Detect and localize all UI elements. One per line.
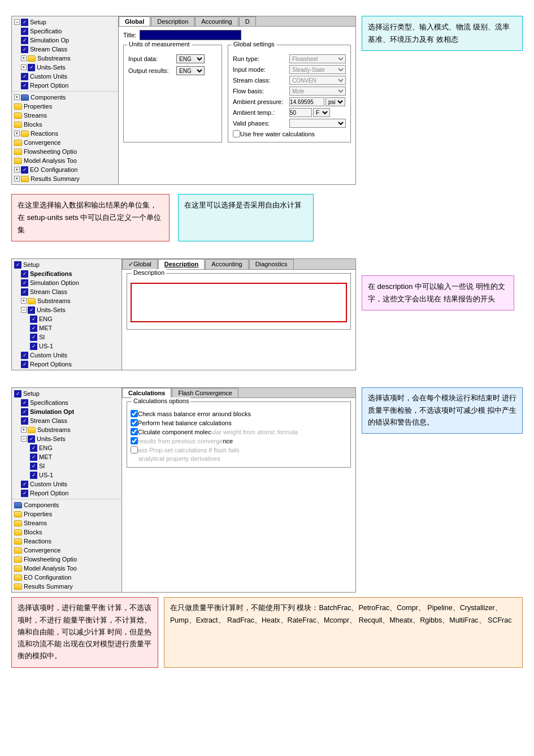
ambient-temp-input-1[interactable] [289,108,312,117]
flow-basis-select-1[interactable]: Mole [289,87,346,96]
tree-item-setup-2[interactable]: ✓ Setup [12,260,121,269]
tree-item-components-3[interactable]: Components [12,500,121,509]
tree-item-met-2[interactable]: ✓ MET [12,323,121,332]
tree-item-spec-2[interactable]: ✓ Specifications [12,269,121,278]
tree-item-blocks-3[interactable]: Blocks [12,528,121,537]
tab-calculations-3[interactable]: Calculations [122,388,171,398]
tree-item-customunits-3[interactable]: ✓ Custom Units [12,479,121,489]
tree-item-substreams-2[interactable]: + Substreams [12,296,121,305]
folder-modelanalysis-1 [14,158,22,164]
expand-unitsets-1[interactable]: + [21,64,27,70]
tree-item-us1-2[interactable]: ✓ US-1 [12,342,121,351]
tab-flashconv-3[interactable]: Flash Convergence [172,388,238,398]
title-input-1[interactable] [140,30,241,40]
tab-diagnostics-2[interactable]: Diagnostics [249,259,294,269]
tree-item-unitsets-3[interactable]: − ✓ Units-Sets [12,434,121,443]
tree-item-unitsets-1[interactable]: + ✓ Units-Sets [12,63,118,72]
tree-label-met-2: MET [39,325,52,331]
tree-item-flowsheet-1[interactable]: Flowsheeting Optio [12,147,118,156]
tree-item-us1-3[interactable]: ✓ US-1 [12,470,121,479]
expand-reactions-1[interactable]: + [14,131,20,136]
expand-components-1[interactable]: + [14,94,20,100]
tree-item-eoconfig-1[interactable]: + ✓ EO Configuration [12,165,118,174]
tree-label-convergence-1: Convergence [24,139,60,146]
tree-item-reactions-3[interactable]: Reactions [12,537,121,546]
tab-accounting-2[interactable]: Accounting [205,259,248,269]
tree-label-blocks-1: Blocks [24,121,42,128]
run-type-select-1[interactable]: Flowsheet [289,54,346,63]
tree-item-properties-1[interactable]: Properties [12,102,118,111]
expand-unitsets-2[interactable]: − [21,307,27,313]
expand-resultssummary-1[interactable]: + [14,176,20,182]
tree-item-setup-1[interactable]: − ✓ Setup [12,18,118,27]
tree-item-si-3[interactable]: ✓ SI [12,461,121,470]
tree-item-simopts-2[interactable]: ✓ Simulation Option [12,278,121,287]
tree-item-eoconfig-3[interactable]: EO Configuration [12,573,121,582]
expand-substreams-2[interactable]: + [21,298,27,304]
tree-item-simopts-1[interactable]: ✓ Simulation Op [12,36,118,45]
tree-item-blocks-1[interactable]: Blocks [12,120,118,129]
tab-global-2[interactable]: ✓Global [122,259,158,269]
content-3: Calculations options Check mass balance … [122,398,355,471]
tree-item-streams-1[interactable]: Streams [12,111,118,120]
check-us1-3: ✓ [30,472,37,479]
tree-item-flowsheet-3[interactable]: Flowsheeting Optio [12,555,121,564]
ambient-pressure-unit-1[interactable]: psi [325,97,345,106]
tree-item-customunits-2[interactable]: ✓ Custom Units [12,351,121,360]
calc-check-1-3[interactable] [131,410,138,417]
calc-check-2-3[interactable] [131,419,138,426]
calc-check-4-3[interactable] [131,437,138,444]
tree-item-reportopt-3[interactable]: ✓ Report Option [12,489,121,498]
tree-item-modelanalysis-1[interactable]: Model Analysis Too [12,156,118,165]
tree-item-substreams-3[interactable]: + Substreams [12,425,121,434]
ambient-pressure-input-1[interactable] [289,97,324,106]
output-results-select-1[interactable]: ENG [176,66,205,75]
tab-global-1[interactable]: Global [119,16,150,26]
tree-item-spec-3[interactable]: ✓ Specifications [12,398,121,407]
free-water-checkbox-1[interactable] [233,130,240,137]
tree-item-eng-2[interactable]: ✓ ENG [12,314,121,323]
tree-item-customunits-1[interactable]: ✓ Custom Units [12,72,118,81]
tree-item-unitsets-2[interactable]: − ✓ Units-Sets [12,305,121,314]
ambient-temp-unit-1[interactable]: F [313,108,330,117]
tree-item-convergence-3[interactable]: Convergence [12,546,121,555]
input-mode-select-1[interactable]: Steady-State [289,65,346,74]
tree-item-components-1[interactable]: + Components [12,93,118,102]
tree-item-convergence-1[interactable]: Convergence [12,138,118,147]
tab-accounting-1[interactable]: Accounting [195,16,238,26]
tree-item-streamclass-3[interactable]: ✓ Stream Class [12,416,121,425]
valid-phases-select-1[interactable] [289,119,346,128]
expand-substreams-3[interactable]: + [21,427,27,433]
expand-unitsets-3[interactable]: − [21,436,27,442]
tree-item-streamclass-1[interactable]: ✓ Stream Class [12,45,118,54]
tree-item-resultssummary-1[interactable]: + Results Summary [12,174,118,183]
tab-d-1[interactable]: D [239,16,256,26]
input-data-select-1[interactable]: ENG [176,54,205,63]
tree-item-properties-3[interactable]: Properties [12,509,121,519]
tree-item-streamclass-2[interactable]: ✓ Stream Class [12,287,121,296]
expand-setup-1[interactable]: − [14,19,20,25]
tree-item-substreams-1[interactable]: + Substreams [12,54,118,63]
tree-item-si-2[interactable]: ✓ SI [12,332,121,342]
expand-eoconfig-1[interactable]: + [14,167,20,172]
tree-item-reportopt-1[interactable]: ✓ Report Option [12,81,118,90]
expand-substreams-1[interactable]: + [21,55,27,61]
tree-item-reactions-1[interactable]: + Reactions [12,129,118,138]
tree-item-streams-3[interactable]: Streams [12,519,121,528]
calc-check-5-3[interactable] [131,446,138,453]
tree-item-modelanalysis-3[interactable]: Model Analysis Too [12,564,121,573]
calc-check-3-3[interactable] [131,428,138,435]
tree-item-setup-3[interactable]: ✓ Setup [12,389,121,398]
tab-description-2[interactable]: Description [158,259,205,269]
tree-item-simopts-3[interactable]: ✓ Simulation Opt [12,407,121,416]
tab-description-1[interactable]: Description [151,16,194,26]
check-reportopt-3: ✓ [21,490,28,497]
stream-class-select-1[interactable]: CONVEN [289,76,346,85]
tree-item-reportopt-2[interactable]: ✓ Report Options [12,360,121,369]
check-spec-1: ✓ [21,28,28,35]
tree-item-spec-1[interactable]: ✓ Specificatio [12,27,118,36]
tree-item-resultssummary-3[interactable]: Results Summary [12,582,121,591]
tree-item-met-3[interactable]: ✓ MET [12,452,121,461]
tree-item-eng-3[interactable]: ✓ ENG [12,443,121,452]
output-results-row-1: Output results: ENG [128,66,217,75]
